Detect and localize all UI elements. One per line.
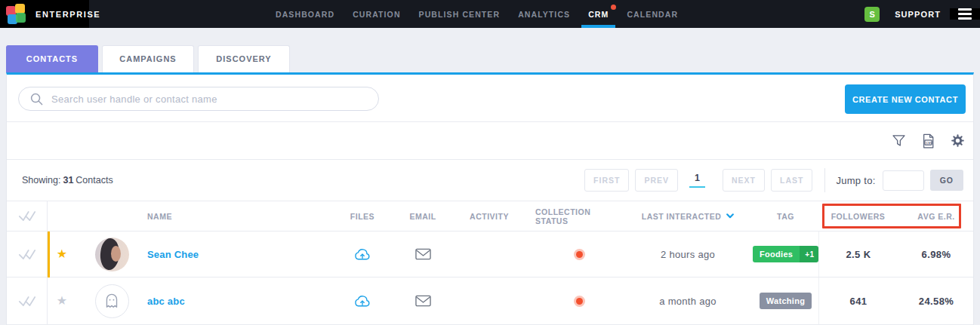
tag-label: Foodies xyxy=(753,246,800,262)
table-actions-toolbar: CSV xyxy=(7,122,973,160)
nav-publish-center[interactable]: PUBLISH CENTER xyxy=(410,0,510,28)
header-activity[interactable]: ACTIVITY xyxy=(443,212,535,221)
collection-status-record-icon[interactable] xyxy=(576,251,583,258)
top-navigation: DASHBOARD CURATION PUBLISH CENTER ANALYT… xyxy=(89,0,864,28)
sort-chevron-down-icon xyxy=(726,213,734,219)
pagination-divider xyxy=(824,168,825,192)
showing-unit: Contacts xyxy=(76,175,112,185)
jump-go-button[interactable]: GO xyxy=(930,170,963,191)
followers-value: 2.5 K xyxy=(846,249,871,260)
contacts-panel: CREATE NEW CONTACT CSV xyxy=(6,72,974,325)
header-avg-er[interactable]: AVG E.R. xyxy=(898,212,975,221)
files-cell xyxy=(322,294,402,308)
hamburger-menu-icon[interactable] xyxy=(950,8,980,20)
double-check-icon xyxy=(18,248,36,261)
pagination-prev-button[interactable]: PREV xyxy=(635,169,678,192)
ghost-icon xyxy=(104,293,119,309)
brand-logo-icon xyxy=(6,4,27,25)
envelope-icon[interactable] xyxy=(415,248,431,260)
search-icon xyxy=(30,93,43,106)
tag-extra-count: +1 xyxy=(800,246,818,262)
double-check-icon xyxy=(18,295,36,308)
support-link[interactable]: SUPPORT xyxy=(895,10,941,19)
user-avatar[interactable]: S xyxy=(864,7,880,22)
collection-status-cell xyxy=(535,298,623,305)
tab-campaigns[interactable]: CAMPAIGNS xyxy=(102,45,194,72)
email-cell xyxy=(402,248,443,260)
search-input[interactable] xyxy=(51,94,378,105)
showing-count: 31 xyxy=(63,175,73,185)
last-interacted-value: 2 hours ago xyxy=(661,249,715,260)
pagination-last-button[interactable]: LAST xyxy=(771,169,812,192)
header-tag[interactable]: TAG xyxy=(753,212,818,221)
search-toolbar: CREATE NEW CONTACT xyxy=(7,75,973,122)
nav-calendar[interactable]: CALENDAR xyxy=(618,0,687,28)
tag-chip[interactable]: Foodies +1 xyxy=(753,246,818,262)
header-email[interactable]: EMAIL xyxy=(402,212,443,221)
header-followers[interactable]: FOLLOWERS xyxy=(818,212,898,221)
brand-home-link[interactable]: ENTERPRISE xyxy=(0,0,89,28)
last-interacted-value: a month ago xyxy=(659,296,717,307)
topbar-right: S SUPPORT xyxy=(864,0,980,28)
nav-crm-label: CRM xyxy=(588,10,609,19)
table-header-row: NAME FILES EMAIL ACTIVITY COLLECTION STA… xyxy=(7,201,973,231)
list-controls: Showing: 31 Contacts FIRST PREV 1 NEXT L… xyxy=(7,160,973,201)
pagination-first-button[interactable]: FIRST xyxy=(584,169,629,192)
nav-curation[interactable]: CURATION xyxy=(344,0,409,28)
email-cell xyxy=(402,295,443,307)
jump-to-input[interactable] xyxy=(883,170,924,191)
pagination-current-page[interactable]: 1 xyxy=(689,173,705,188)
avatar-art xyxy=(111,246,121,262)
starred-row-indicator xyxy=(48,231,50,277)
nav-crm[interactable]: CRM xyxy=(579,0,618,28)
table-row: ★ Sean Chee 2 hours ago Foodies +1 2.5 K… xyxy=(7,231,973,277)
collection-status-cell xyxy=(535,251,623,258)
tab-discovery[interactable]: DISCOVERY xyxy=(198,45,290,72)
notification-dot xyxy=(611,5,616,10)
header-name[interactable]: NAME xyxy=(147,212,322,221)
favorite-star-icon[interactable]: ★ xyxy=(57,248,67,260)
header-last-interacted[interactable]: LAST INTERACTED xyxy=(623,212,753,221)
nav-dashboard[interactable]: DASHBOARD xyxy=(267,0,344,28)
row-select-checkmarks[interactable] xyxy=(7,277,48,324)
table-row: ★ abc abc a month ago Watching xyxy=(7,277,973,325)
tab-contacts[interactable]: CONTACTS xyxy=(6,45,98,72)
tag-label: Watching xyxy=(760,293,812,309)
envelope-icon[interactable] xyxy=(415,295,431,307)
contact-avatar-photo[interactable] xyxy=(95,238,129,271)
nav-analytics[interactable]: ANALYTICS xyxy=(509,0,579,28)
contact-name-link[interactable]: abc abc xyxy=(147,296,185,307)
settings-gear-icon[interactable] xyxy=(951,133,965,148)
csv-icon-label: CSV xyxy=(926,140,932,144)
create-new-contact-button[interactable]: CREATE NEW CONTACT xyxy=(845,84,966,114)
collection-status-record-icon[interactable] xyxy=(576,298,583,305)
contact-name-link[interactable]: Sean Chee xyxy=(147,249,199,260)
section-tabs: CONTACTS CAMPAIGNS DISCOVERY xyxy=(6,45,290,72)
pagination: FIRST PREV 1 NEXT LAST Jump to: GO xyxy=(578,168,963,192)
search-box xyxy=(18,87,379,111)
contact-avatar-placeholder[interactable] xyxy=(95,284,129,318)
tag-chip[interactable]: Watching xyxy=(760,293,812,309)
pagination-next-button[interactable]: NEXT xyxy=(723,169,765,192)
cloud-upload-icon[interactable] xyxy=(353,294,371,308)
topbar: ENTERPRISE DASHBOARD CURATION PUBLISH CE… xyxy=(0,0,980,28)
cloud-upload-icon[interactable] xyxy=(353,247,371,262)
jump-to-label: Jump to: xyxy=(836,175,875,186)
row-select-checkmarks[interactable] xyxy=(7,231,48,277)
csv-export-icon[interactable]: CSV xyxy=(922,133,935,149)
followers-value: 641 xyxy=(850,296,868,307)
double-check-icon xyxy=(18,210,36,222)
showing-label: Showing: xyxy=(22,175,60,185)
avg-er-value: 24.58% xyxy=(919,296,954,307)
header-collection-status[interactable]: COLLECTION STATUS xyxy=(535,207,623,225)
select-all-checkmarks[interactable] xyxy=(7,201,48,231)
avg-er-value: 6.98% xyxy=(922,249,951,260)
favorite-star-icon[interactable]: ★ xyxy=(57,295,67,307)
filter-icon[interactable] xyxy=(892,134,906,148)
files-cell xyxy=(322,247,402,262)
header-last-interacted-label: LAST INTERACTED xyxy=(642,212,722,221)
header-files[interactable]: FILES xyxy=(322,212,402,221)
